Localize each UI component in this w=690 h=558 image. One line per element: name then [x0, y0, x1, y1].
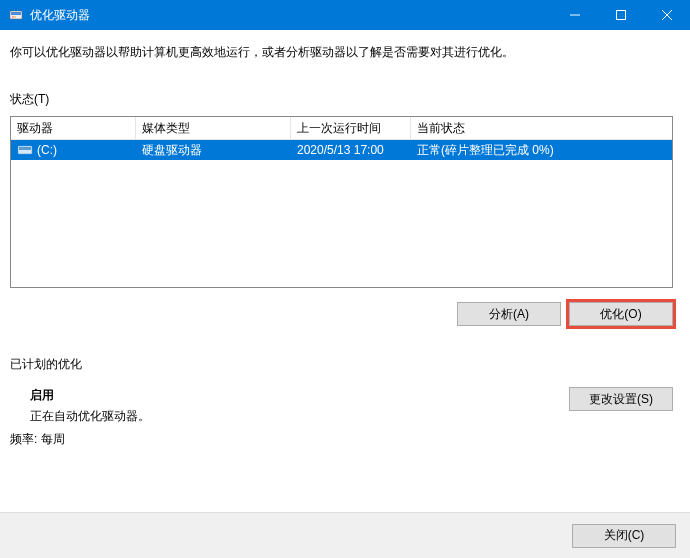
status-label: 状态(T) — [10, 91, 680, 108]
svg-rect-1 — [11, 12, 21, 15]
maximize-button[interactable] — [598, 0, 644, 30]
window-controls — [552, 0, 690, 30]
footer: 关闭(C) — [0, 512, 690, 558]
drive-name: (C:) — [37, 143, 57, 157]
optimize-button[interactable]: 优化(O) — [569, 302, 673, 326]
action-buttons: 分析(A) 优化(O) — [10, 302, 673, 326]
close-button[interactable] — [644, 0, 690, 30]
column-header-status[interactable]: 当前状态 — [411, 117, 672, 139]
schedule-label: 已计划的优化 — [10, 356, 680, 373]
content-area: 你可以优化驱动器以帮助计算机更高效地运行，或者分析驱动器以了解是否需要对其进行优… — [0, 30, 690, 458]
schedule-frequency: 频率: 每周 — [10, 431, 150, 448]
table-row[interactable]: (C:) 硬盘驱动器 2020/5/13 17:00 正常(碎片整理已完成 0%… — [11, 140, 672, 160]
lastrun-cell: 2020/5/13 17:00 — [291, 140, 411, 160]
column-header-drive[interactable]: 驱动器 — [11, 117, 136, 139]
table-header: 驱动器 媒体类型 上一次运行时间 当前状态 — [11, 117, 672, 140]
description-text: 你可以优化驱动器以帮助计算机更高效地运行，或者分析驱动器以了解是否需要对其进行优… — [10, 44, 680, 61]
app-icon — [8, 7, 24, 23]
status-cell: 正常(碎片整理已完成 0%) — [411, 140, 672, 160]
schedule-status: 启用 — [30, 387, 150, 404]
schedule-section: 已计划的优化 启用 正在自动优化驱动器。 频率: 每周 更改设置(S) — [10, 356, 680, 448]
column-header-lastrun[interactable]: 上一次运行时间 — [291, 117, 411, 139]
drive-cell: (C:) — [11, 140, 136, 160]
minimize-button[interactable] — [552, 0, 598, 30]
schedule-description: 正在自动优化驱动器。 — [30, 408, 150, 425]
schedule-info: 启用 正在自动优化驱动器。 频率: 每周 — [10, 387, 150, 448]
svg-rect-5 — [617, 11, 626, 20]
column-header-media[interactable]: 媒体类型 — [136, 117, 291, 139]
window-title: 优化驱动器 — [30, 7, 552, 24]
analyze-button[interactable]: 分析(A) — [457, 302, 561, 326]
media-cell: 硬盘驱动器 — [136, 140, 291, 160]
drives-table: 驱动器 媒体类型 上一次运行时间 当前状态 (C:) 硬盘驱动器 2020/5/… — [10, 116, 673, 288]
change-settings-button[interactable]: 更改设置(S) — [569, 387, 673, 411]
titlebar: 优化驱动器 — [0, 0, 690, 30]
close-dialog-button[interactable]: 关闭(C) — [572, 524, 676, 548]
svg-rect-9 — [19, 147, 31, 150]
drive-icon — [17, 144, 33, 156]
svg-point-3 — [14, 16, 16, 18]
svg-point-2 — [12, 16, 14, 18]
